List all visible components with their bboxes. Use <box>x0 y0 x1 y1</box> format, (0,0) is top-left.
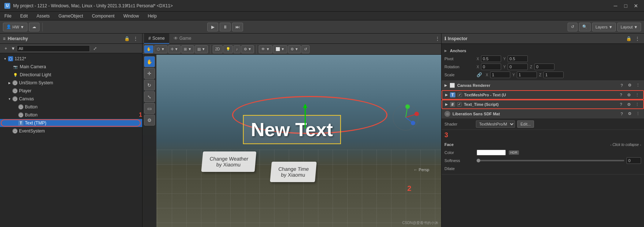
textmeshpro-header[interactable]: ▶ T TextMeshPro - Text (U ? ⚙ ⋮ <box>442 90 644 100</box>
separator-1 <box>42 23 43 31</box>
rot-z-input[interactable] <box>534 64 554 70</box>
eventsystem-icon: ⬡ <box>12 128 18 134</box>
menu-file[interactable]: File <box>3 13 13 19</box>
playmode-controls: ▶ ⏸ ⏭ <box>207 23 243 31</box>
edit-shader-button[interactable]: Edit... <box>517 120 534 128</box>
menu-help[interactable]: Help <box>146 13 158 19</box>
move-tool-button[interactable]: ✛ <box>144 68 155 79</box>
tmp-enabled-checkbox[interactable] <box>458 93 462 97</box>
mat-help-button[interactable]: ? <box>618 111 625 117</box>
scale-y-input[interactable] <box>517 72 537 78</box>
visibility-button[interactable]: 👁 ▼ <box>259 45 272 53</box>
hierarchy-item-button1[interactable]: ⬡ Button <box>0 103 142 111</box>
softness-input[interactable] <box>626 157 641 164</box>
scale-x-input[interactable] <box>490 72 510 78</box>
pivot-tool-dropdown[interactable]: ✛ ▼ <box>168 45 181 53</box>
close-button[interactable]: ✕ <box>632 2 640 9</box>
tab-scene[interactable]: # Scene <box>144 34 169 44</box>
menu-gameobject[interactable]: GameObject <box>57 13 84 19</box>
search-button[interactable]: 🔍 <box>579 23 591 31</box>
pause-button[interactable]: ⏸ <box>220 23 231 31</box>
inspector-more-button[interactable]: ⋮ <box>634 35 641 42</box>
layers-dropdown[interactable]: Layers ▼ <box>592 23 616 31</box>
hierarchy-panel: ≡ Hierarchy 🔒 ⋮ + ▼ ⤢ ▼ ⬡ 1212* ⋮ <box>0 34 143 227</box>
script-help-button[interactable]: ? <box>618 101 624 108</box>
hand-tool-button[interactable]: ✋ <box>144 56 155 67</box>
minimize-button[interactable]: ─ <box>612 2 619 9</box>
menu-edit[interactable]: Edit <box>19 13 29 19</box>
tab-game[interactable]: 👁 Game <box>169 34 196 44</box>
aspect-button[interactable]: ⬜ ▼ <box>273 45 287 53</box>
rotate-tool-button[interactable]: ↻ <box>144 80 155 91</box>
tmp-help-button[interactable]: ? <box>618 92 624 98</box>
more-button[interactable]: ↺ <box>302 45 310 53</box>
color-row: Color HDR <box>444 149 641 157</box>
canvas-renderer-header[interactable]: ▶ ⬜ Canvas Renderer ? ⚙ ⋮ <box>442 81 644 90</box>
hierarchy-item-directional-light[interactable]: 💡 Directional Light <box>0 71 142 79</box>
rot-x-input[interactable] <box>481 64 501 70</box>
menu-component[interactable]: Component <box>90 13 116 19</box>
tmp-more-button[interactable]: ⋮ <box>634 92 640 98</box>
menu-bar: File Edit Assets GameObject Component Wi… <box>0 12 644 20</box>
script-enabled-checkbox[interactable] <box>457 102 462 107</box>
settings-button[interactable]: ⚙ <box>626 82 633 89</box>
cloud-button[interactable]: ☁ <box>29 23 39 31</box>
mat-settings-button[interactable]: ⚙ <box>626 111 633 117</box>
audio-button[interactable]: ♪ <box>234 45 240 53</box>
add-hierarchy-button[interactable]: + <box>2 45 10 52</box>
hierarchy-item-main-camera[interactable]: 📷 Main Camera <box>0 63 142 71</box>
script-settings-button[interactable]: ⚙ <box>626 101 632 108</box>
lighting-button[interactable]: 💡 <box>223 45 233 53</box>
hierarchy-item-canvas[interactable]: ▼ ⬡ Canvas <box>0 95 142 103</box>
hierarchy-item-unistorm[interactable]: ▶ ⬡ UniStorm System <box>0 79 142 87</box>
transform-tool-button[interactable]: ✋ <box>144 45 154 53</box>
shader-dropdown[interactable]: TextMeshPro/M <box>476 120 515 128</box>
expand-hierarchy-button[interactable]: ⤢ <box>91 45 99 52</box>
annotation-number-2: 2 <box>407 184 411 193</box>
hierarchy-item-button2[interactable]: ⬡ Button 1 <box>0 111 142 119</box>
undo-button[interactable]: ↺ <box>568 23 577 31</box>
menu-window[interactable]: Window <box>122 13 140 19</box>
color-swatch[interactable] <box>477 150 506 155</box>
layout-arrow: ▼ <box>634 25 638 29</box>
hierarchy-search-bar: + ▼ ⤢ <box>0 44 142 53</box>
effects-button[interactable]: ⚙ ▼ <box>241 45 254 53</box>
maximize-button[interactable]: □ <box>622 2 629 9</box>
rect-tool-button[interactable]: ▭ <box>144 103 155 114</box>
menu-assets[interactable]: Assets <box>35 13 51 19</box>
hierarchy-item-root[interactable]: ▼ ⬡ 1212* ⋮ <box>0 55 142 63</box>
snap-tool-dropdown[interactable]: ⊞ ▼ <box>181 45 194 53</box>
script-header[interactable]: ▶ # Text_Time (Script) ? ⚙ ⋮ <box>442 100 644 109</box>
hierarchy-item-player[interactable]: ⬡ Player <box>0 87 142 95</box>
softness-slider[interactable] <box>477 160 624 161</box>
gizmos-button[interactable]: ⚙ ▼ <box>288 45 301 53</box>
hierarchy-item-text-tmp[interactable]: T Text (TMP) <box>0 119 142 127</box>
hierarchy-more-button[interactable]: ⋮ <box>132 35 139 42</box>
pivot-x-input[interactable] <box>481 55 501 62</box>
hierarchy-search-input[interactable] <box>17 45 90 52</box>
scale-z-input[interactable] <box>543 72 564 78</box>
step-button[interactable]: ⏭ <box>232 23 243 31</box>
inspector-lock-button[interactable]: 🔒 <box>625 35 632 42</box>
layout-dropdown[interactable]: Layout ▼ <box>617 23 641 31</box>
scale-tool-button[interactable]: ⤡ <box>144 91 155 102</box>
help-button[interactable]: ? <box>618 82 625 89</box>
tab-more[interactable]: ⋮ <box>435 36 440 41</box>
mat-more-button[interactable]: ⋮ <box>634 111 641 117</box>
play-button[interactable]: ▶ <box>207 23 218 31</box>
transform-all-button[interactable]: ⚙ <box>144 115 155 126</box>
textmeshpro-wrapper: ▶ T TextMeshPro - Text (U ? ⚙ ⋮ <box>442 90 644 100</box>
layout-tool-dropdown[interactable]: ▤ ▼ <box>195 45 208 53</box>
script-more-button[interactable]: ⋮ <box>634 101 640 108</box>
material-header[interactable]: ○ Liberation Sans SDF Mat ? ⚙ ⋮ <box>442 109 644 119</box>
tmp-settings-button[interactable]: ⚙ <box>626 92 632 98</box>
hierarchy-lock-button[interactable]: 🔒 <box>123 35 130 42</box>
hierarchy-item-eventsystem[interactable]: ⬡ EventSystem <box>0 127 142 135</box>
2d-mode-button[interactable]: 2D <box>213 45 223 53</box>
pivot-y-input[interactable] <box>508 55 528 62</box>
more-button[interactable]: ⋮ <box>634 82 641 89</box>
face-collapse-label[interactable]: - Click to collapse - <box>610 143 641 147</box>
move-tool-dropdown[interactable]: ⬡ ▼ <box>154 45 167 53</box>
rot-y-input[interactable] <box>508 64 528 70</box>
account-button[interactable]: 👤 HW ▼ <box>3 23 27 31</box>
